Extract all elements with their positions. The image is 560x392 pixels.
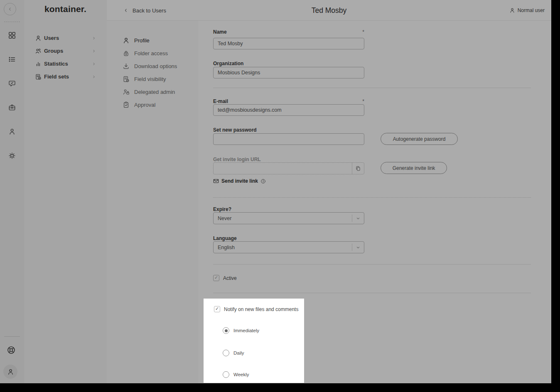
tab-field-visibility[interactable]: Field visibility bbox=[107, 73, 198, 86]
send-invite-link[interactable]: Send invite link bbox=[213, 178, 266, 184]
lock-icon bbox=[123, 50, 130, 57]
tab-profile[interactable]: Profile bbox=[107, 34, 198, 47]
generate-invite-link-button[interactable]: Generate invite link bbox=[381, 162, 447, 174]
sidebar-nav: Users Groups Statistics Field sets bbox=[24, 32, 107, 83]
divider bbox=[213, 197, 531, 198]
invite-url-group bbox=[213, 162, 364, 174]
gear-icon[interactable] bbox=[0, 144, 24, 168]
document-check-icon bbox=[35, 74, 42, 80]
active-label: Active bbox=[223, 275, 237, 281]
list-icon[interactable] bbox=[0, 47, 24, 71]
sidebar-item-field-sets[interactable]: Field sets bbox=[24, 70, 107, 83]
notify-label: Notify on new files and comments bbox=[224, 306, 298, 312]
email-field[interactable] bbox=[213, 104, 364, 116]
organization-label-row: Organization bbox=[213, 61, 364, 66]
language-label: Language bbox=[213, 235, 237, 241]
name-label: Name bbox=[213, 29, 227, 35]
bar-chart-icon bbox=[35, 61, 42, 67]
tab-approval[interactable]: Approval bbox=[107, 98, 198, 111]
radio-weekly[interactable]: Weekly bbox=[223, 371, 249, 378]
user-lock-icon bbox=[123, 88, 130, 96]
copy-icon[interactable] bbox=[352, 163, 364, 174]
app-window: kontainer. Users Groups Statistics Field… bbox=[0, 0, 551, 383]
radio-label: Daily bbox=[233, 350, 244, 355]
tab-folder-access[interactable]: Folder access bbox=[107, 47, 198, 60]
email-label-row: E-mail * bbox=[213, 98, 364, 104]
comment-check-icon[interactable] bbox=[0, 71, 24, 96]
divider bbox=[213, 264, 531, 265]
collapse-sidebar-button[interactable] bbox=[4, 3, 16, 15]
tab-download-options[interactable]: Download options bbox=[107, 60, 198, 73]
radio-immediately[interactable]: Immediately bbox=[223, 327, 259, 334]
radio-button[interactable] bbox=[223, 371, 229, 378]
chevron-right-icon bbox=[92, 62, 96, 66]
page-title: Ted Mosby bbox=[107, 0, 551, 21]
expire-label-row: Expire? bbox=[213, 206, 364, 212]
account-menu[interactable]: Normal user bbox=[509, 0, 545, 21]
rail-nav bbox=[0, 23, 24, 168]
chevron-right-icon bbox=[92, 75, 96, 79]
radio-button[interactable] bbox=[223, 327, 229, 334]
user-role-label: Normal user bbox=[518, 7, 545, 13]
user-icon bbox=[509, 7, 515, 13]
expire-label: Expire? bbox=[213, 206, 231, 212]
radio-label: Immediately bbox=[233, 328, 259, 333]
user-icon bbox=[123, 37, 130, 44]
user-icon[interactable] bbox=[0, 120, 24, 144]
sidebar-item-users[interactable]: Users bbox=[24, 32, 107, 44]
notify-checkbox[interactable] bbox=[214, 306, 220, 312]
header: Back to Users Ted Mosby Normal user bbox=[107, 0, 551, 21]
radio-label: Weekly bbox=[233, 372, 249, 377]
expire-select[interactable]: Never bbox=[213, 212, 364, 224]
avatar[interactable] bbox=[3, 365, 17, 379]
new-password-field[interactable] bbox=[213, 133, 364, 145]
required-marker: * bbox=[362, 98, 364, 104]
sidebar-item-label: Users bbox=[44, 35, 89, 41]
tab-label: Download options bbox=[134, 63, 177, 69]
icon-rail bbox=[0, 0, 24, 383]
password-label: Set new password bbox=[213, 127, 257, 133]
sidebar-item-groups[interactable]: Groups bbox=[24, 44, 107, 57]
sidebar-item-label: Field sets bbox=[44, 74, 89, 80]
required-marker: * bbox=[362, 29, 364, 35]
name-field[interactable] bbox=[213, 38, 364, 49]
tab-label: Approval bbox=[134, 102, 155, 108]
notify-checkbox-row[interactable]: Notify on new files and comments bbox=[214, 306, 298, 312]
brand-logo[interactable]: kontainer. bbox=[24, 4, 107, 14]
sidebar-item-statistics[interactable]: Statistics bbox=[24, 57, 107, 70]
clipboard-check-icon bbox=[123, 101, 130, 108]
autogenerate-password-button[interactable]: Autogenerate password bbox=[381, 133, 458, 145]
tab-label: Delegated admin bbox=[134, 89, 175, 95]
info-icon[interactable] bbox=[260, 179, 266, 184]
divider bbox=[213, 88, 531, 88]
tab-label: Field visibility bbox=[134, 76, 166, 82]
active-checkbox[interactable] bbox=[213, 275, 219, 281]
rail-bottom-divider bbox=[4, 336, 20, 337]
send-invite-label: Send invite link bbox=[221, 178, 258, 184]
briefcase-icon[interactable] bbox=[0, 96, 24, 120]
radio-button[interactable] bbox=[223, 350, 229, 356]
password-label-row: Set new password bbox=[213, 127, 364, 133]
sidebar: kontainer. Users Groups Statistics Field… bbox=[24, 0, 107, 383]
dashboard-grid-icon[interactable] bbox=[0, 23, 24, 47]
active-checkbox-row[interactable]: Active bbox=[213, 275, 237, 281]
chevron-right-icon bbox=[92, 36, 96, 40]
tab-label: Folder access bbox=[134, 50, 168, 56]
help-lifebuoy-icon[interactable] bbox=[5, 343, 18, 357]
language-label-row: Language bbox=[213, 235, 364, 241]
language-select[interactable]: English bbox=[213, 241, 364, 253]
document-check-icon bbox=[123, 76, 130, 83]
invite-url-label-row: Get invite login URL bbox=[213, 157, 364, 162]
sidebar-item-label: Groups bbox=[44, 48, 89, 54]
envelope-icon bbox=[213, 178, 219, 184]
organization-label: Organization bbox=[213, 61, 243, 66]
organization-field[interactable] bbox=[213, 67, 364, 78]
name-label-row: Name * bbox=[213, 29, 364, 35]
invite-url-label: Get invite login URL bbox=[213, 157, 261, 162]
tab-delegated-admin[interactable]: Delegated admin bbox=[107, 86, 198, 98]
radio-daily[interactable]: Daily bbox=[223, 350, 244, 356]
divider bbox=[213, 293, 531, 293]
tour-spotlight-notify-section: Notify on new files and comments Immedia… bbox=[204, 299, 304, 383]
invite-url-field[interactable] bbox=[214, 163, 352, 174]
users-icon bbox=[35, 48, 42, 54]
